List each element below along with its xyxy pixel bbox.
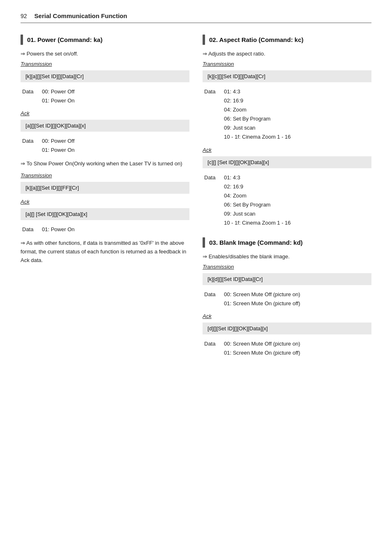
- section1-ack-label: Ack: [21, 110, 189, 116]
- section1-title: 01. Power (Command: ka): [27, 35, 102, 45]
- section1-note2: ⇒ As with other functions, if data is tr…: [21, 239, 189, 265]
- s2-dv1: 02: 16:9: [224, 96, 291, 105]
- section1-desc: ⇒ Powers the set on/off.: [21, 51, 189, 57]
- section3-desc: ⇒ Enables/disables the blank image.: [203, 253, 371, 260]
- s2-dv3: 06: Set By Program: [224, 114, 291, 123]
- arrow-icon: ⇒: [21, 51, 27, 57]
- section2-data-values: 01: 4:3 02: 16:9 04: Zoom 06: Set By Pro…: [224, 87, 291, 142]
- section1-data-val-0: 00: Power Off: [42, 87, 75, 96]
- section2-transmission-label: Transmission: [203, 61, 371, 67]
- section2-heading: 02. Aspect Ratio (Command: kc): [203, 35, 371, 45]
- section1-transmission2-label: Transmission: [21, 172, 189, 179]
- section1-ack-data-table: Data 00: Power Off 01: Power On: [21, 137, 189, 155]
- section2-ack-code: [c][] [Set ID][][OK][Data][x]: [203, 156, 371, 168]
- section1-transmission-label: Transmission: [21, 61, 189, 67]
- section2-ack-data-row: Data 01: 4:3 02: 16:9 04: Zoom 06: Set B…: [204, 173, 371, 228]
- section2-data-table: Data 01: 4:3 02: 16:9 04: Zoom 06: Set B…: [203, 87, 371, 142]
- section1-ack-val-0: 00: Power Off: [42, 137, 75, 146]
- section1-data2-val-0: 01: Power On: [42, 225, 75, 234]
- s3-av0: 00: Screen Mute Off (picture on): [224, 339, 300, 348]
- page-title: Serial Communication Function: [35, 12, 127, 19]
- right-column: 02. Aspect Ratio (Command: kc) ⇒ Adjusts…: [203, 35, 371, 363]
- section1-data2-values: 01: Power On: [42, 225, 75, 234]
- section1-heading: 01. Power (Command: ka): [21, 35, 189, 45]
- arrow-icon3: ⇒: [203, 253, 209, 260]
- section1-transmission2-code: [k][a][][Set ID][][FF][Cr]: [21, 182, 189, 194]
- s2-dv2: 04: Zoom: [224, 105, 291, 114]
- s2-av0: 01: 4:3: [224, 173, 291, 182]
- s2-dv4: 09: Just scan: [224, 123, 291, 132]
- section2-ack-data-table: Data 01: 4:3 02: 16:9 04: Zoom 06: Set B…: [203, 173, 371, 228]
- s3-av1: 01: Screen Mute On (picture off): [224, 348, 300, 357]
- section3-ack-data-label: Data: [204, 339, 224, 357]
- section1-ack2-label: Ack: [21, 199, 189, 205]
- section3-data-label: Data: [204, 290, 224, 308]
- section2-ack-data-label: Data: [204, 173, 224, 228]
- section2-data-row: Data 01: 4:3 02: 16:9 04: Zoom 06: Set B…: [204, 87, 371, 142]
- section2-ack-data-values: 01: 4:3 02: 16:9 04: Zoom 06: Set By Pro…: [224, 173, 291, 228]
- section3-ack-label: Ack: [203, 313, 371, 319]
- section3-data-values: 00: Screen Mute Off (picture on) 01: Scr…: [224, 290, 300, 308]
- page-number: 92: [21, 13, 27, 19]
- section1-ack2-code: [a][] [Set ID][][OK][Data][x]: [21, 208, 189, 220]
- section1-data2-row: Data 01: Power On: [22, 225, 189, 234]
- s2-av2: 04: Zoom: [224, 191, 291, 200]
- section3-data-table: Data 00: Screen Mute Off (picture on) 01…: [203, 290, 371, 308]
- section3-ack-code: [d][][Set ID][][OK][Data][x]: [203, 323, 371, 334]
- section2-transmission-code: [k][c][][Set ID][][Data][Cr]: [203, 70, 371, 82]
- section1-data2-label: Data: [22, 225, 42, 234]
- section2-data-label: Data: [204, 87, 224, 142]
- section1-transmission-code: [k][a][][Set ID][][Data][Cr]: [21, 70, 189, 82]
- section3-ack-data-row: Data 00: Screen Mute Off (picture on) 01…: [204, 339, 371, 357]
- section1-ack-data-values: 00: Power Off 01: Power On: [42, 137, 75, 155]
- section1-data-table: Data 00: Power Off 01: Power On: [21, 87, 189, 105]
- section1-data-row: Data 00: Power Off 01: Power On: [22, 87, 189, 105]
- section2-title: 02. Aspect Ratio (Command: kc): [209, 35, 304, 45]
- section1-ack-data-row: Data 00: Power Off 01: Power On: [22, 137, 189, 155]
- s2-av4: 09: Just scan: [224, 209, 291, 218]
- arrow-icon2: ⇒: [203, 51, 208, 57]
- section1-data-label: Data: [22, 87, 42, 105]
- section1-ack-data-label: Data: [22, 137, 42, 155]
- s2-av3: 06: Set By Program: [224, 200, 291, 209]
- section3-bar: [203, 237, 205, 248]
- page-header: 92 Serial Communication Function: [21, 12, 371, 23]
- section1-data-val-1: 01: Power On: [42, 96, 75, 105]
- section3-transmission-label: Transmission: [203, 264, 371, 270]
- section3-ack-data-table: Data 00: Screen Mute Off (picture on) 01…: [203, 339, 371, 357]
- section3-heading: 03. Blank Image (Command: kd): [203, 237, 371, 248]
- section3-ack-data-values: 00: Screen Mute Off (picture on) 01: Scr…: [224, 339, 300, 357]
- section3-data-row: Data 00: Screen Mute Off (picture on) 01…: [204, 290, 371, 308]
- section2-bar: [203, 35, 205, 45]
- section3-transmission-code: [k][d][][Set ID][Data][Cr]: [203, 273, 371, 285]
- s2-dv0: 01: 4:3: [224, 87, 291, 96]
- section1-ack-val-1: 01: Power On: [42, 146, 75, 155]
- section3-title: 03. Blank Image (Command: kd): [209, 237, 303, 248]
- s2-dv5: 10 - 1f: Cinema Zoom 1 - 16: [224, 132, 291, 142]
- two-column-layout: 01. Power (Command: ka) ⇒ Powers the set…: [21, 35, 371, 363]
- s2-av5: 10 - 1f: Cinema Zoom 1 - 16: [224, 218, 291, 227]
- page: 92 Serial Communication Function 01. Pow…: [0, 0, 392, 379]
- section1-ack-code: [a][][Set ID][][OK][Data][x]: [21, 120, 189, 132]
- section2-ack-label: Ack: [203, 147, 371, 153]
- s3-dv1: 01: Screen Mute On (picture off): [224, 299, 300, 308]
- s2-av1: 02: 16:9: [224, 182, 291, 191]
- section1-note1: ⇒ To Show Power On(Only working when the…: [21, 160, 189, 168]
- section1-data-values: 00: Power Off 01: Power On: [42, 87, 75, 105]
- s3-dv0: 00: Screen Mute Off (picture on): [224, 290, 300, 299]
- section2-desc: ⇒ Adjusts the aspect ratio.: [203, 51, 371, 57]
- left-column: 01. Power (Command: ka) ⇒ Powers the set…: [21, 35, 189, 363]
- section1-bar: [21, 35, 23, 45]
- section1-data2-table: Data 01: Power On: [21, 225, 189, 234]
